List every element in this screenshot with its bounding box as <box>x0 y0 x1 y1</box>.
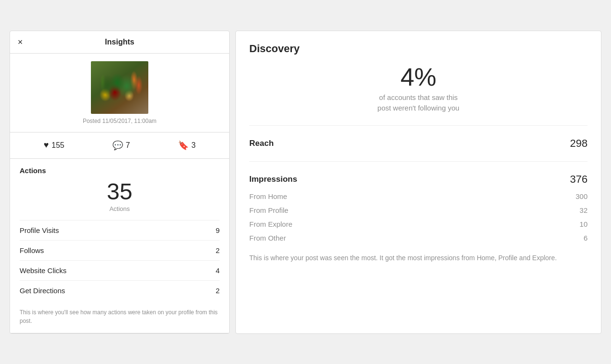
post-image <box>91 61 148 114</box>
action-value: 2 <box>216 246 220 254</box>
action-row: Follows 2 <box>20 240 220 260</box>
heart-icon: ♥ <box>44 140 49 150</box>
action-row: Website Clicks 4 <box>20 260 220 280</box>
action-rows-container: Profile Visits 9 Follows 2 Website Click… <box>20 220 220 300</box>
bookmark-icon: 🔖 <box>178 140 189 151</box>
action-value: 2 <box>216 287 220 295</box>
comments-stat: 💬 7 <box>112 140 130 151</box>
percentage-number: 4% <box>249 65 588 89</box>
likes-stat: ♥ 155 <box>44 140 64 150</box>
sub-metric-value: 32 <box>579 206 588 214</box>
action-value: 9 <box>216 226 220 234</box>
comment-icon: 💬 <box>112 140 123 151</box>
sub-metric-label: From Profile <box>249 206 289 214</box>
action-row: Get Directions 2 <box>20 280 220 300</box>
discovery-title: Discovery <box>249 43 588 55</box>
stats-row: ♥ 155 💬 7 🔖 3 <box>10 132 229 159</box>
action-value: 4 <box>216 266 220 275</box>
impressions-sub-row: From Explore 10 <box>249 217 588 231</box>
close-button[interactable]: × <box>18 38 23 46</box>
panel-header: × Insights <box>10 31 229 54</box>
reach-row: Reach 298 <box>249 133 588 154</box>
panel-title: Insights <box>105 38 134 46</box>
app-container: × Insights Posted 11/05/2017, 11:00am ♥ … <box>10 31 601 334</box>
action-name: Profile Visits <box>20 226 59 234</box>
divider-2 <box>249 161 588 162</box>
left-panel: × Insights Posted 11/05/2017, 11:00am ♥ … <box>10 31 230 334</box>
reach-value: 298 <box>570 137 588 150</box>
impressions-value: 376 <box>570 173 588 186</box>
action-name: Follows <box>20 246 44 254</box>
post-image-inner <box>91 61 148 114</box>
impressions-sub-rows: From Home 300 From Profile 32 From Explo… <box>249 189 588 245</box>
discovery-footnote: This is where your post was seen the mos… <box>249 253 588 263</box>
percentage-description: of accounts that saw thispost weren't fo… <box>249 92 588 114</box>
bookmarks-stat: 🔖 3 <box>178 140 196 151</box>
impressions-sub-row: From Profile 32 <box>249 203 588 217</box>
sub-metric-label: From Other <box>249 234 286 242</box>
sub-metric-value: 10 <box>579 220 588 228</box>
impressions-sub-row: From Other 6 <box>249 231 588 245</box>
likes-count: 155 <box>52 141 65 150</box>
actions-section: Actions 35 Actions Profile Visits 9 Foll… <box>10 159 229 333</box>
post-date: Posted 11/05/2017, 11:00am <box>83 118 156 124</box>
actions-label: Actions <box>20 166 220 175</box>
sub-metric-value: 6 <box>584 234 588 242</box>
actions-footnote: This is where you'll see how many action… <box>20 304 220 325</box>
sub-metric-label: From Explore <box>249 220 292 228</box>
comments-count: 7 <box>126 141 130 150</box>
discovery-percentage-section: 4% of accounts that saw thispost weren't… <box>249 65 588 114</box>
action-name: Get Directions <box>20 287 65 295</box>
sub-metric-value: 300 <box>576 192 588 200</box>
post-section: Posted 11/05/2017, 11:00am <box>10 54 229 132</box>
action-row: Profile Visits 9 <box>20 220 220 240</box>
reach-label: Reach <box>249 139 274 148</box>
impressions-sub-row: From Home 300 <box>249 189 588 203</box>
action-name: Website Clicks <box>20 266 67 275</box>
actions-count-container: 35 Actions <box>20 180 220 212</box>
actions-sublabel: Actions <box>110 205 130 212</box>
bookmarks-count: 3 <box>191 141 196 150</box>
actions-big-number: 35 <box>107 180 132 203</box>
impressions-label: Impressions <box>249 175 297 184</box>
sub-metric-label: From Home <box>249 192 287 200</box>
right-panel: Discovery 4% of accounts that saw thispo… <box>235 31 601 334</box>
divider-1 <box>249 125 588 126</box>
impressions-row: Impressions 376 <box>249 169 588 189</box>
